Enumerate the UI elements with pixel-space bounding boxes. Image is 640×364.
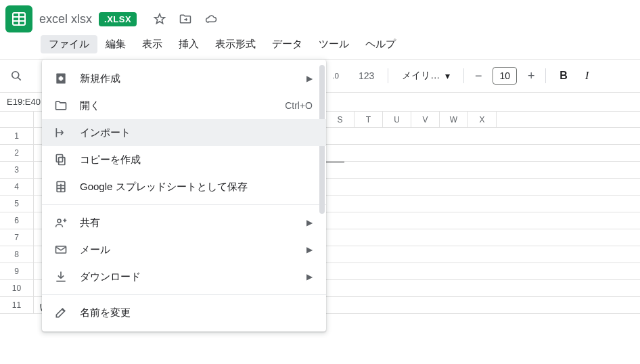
column-header[interactable]: X <box>468 112 497 127</box>
star-icon[interactable] <box>153 12 166 26</box>
column-header[interactable]: S <box>326 112 355 127</box>
svg-rect-13 <box>56 155 62 162</box>
menu-item-label: メール <box>80 244 294 256</box>
row-header[interactable]: 10 <box>0 280 33 297</box>
menu-item-open[interactable]: 開く Ctrl+O <box>42 92 326 119</box>
sheets-icon <box>54 180 68 194</box>
mail-icon <box>54 243 68 256</box>
column-header[interactable]: V <box>411 112 440 127</box>
document-title[interactable]: excel xlsx <box>39 12 92 26</box>
row-header[interactable]: 2 <box>0 145 33 162</box>
toolbar-divider <box>545 68 546 83</box>
svg-line-7 <box>18 78 21 81</box>
row-header[interactable]: 3 <box>0 162 33 179</box>
cloud-icon[interactable] <box>204 12 218 26</box>
row-header[interactable]: 11 <box>0 297 33 314</box>
menu-item-share[interactable]: 共有 ▶ <box>42 209 326 236</box>
menu-item-import[interactable]: インポート <box>42 119 326 146</box>
row-header[interactable]: 4 <box>0 179 33 196</box>
menu-file[interactable]: ファイル <box>41 35 97 53</box>
svg-marker-5 <box>155 14 165 24</box>
number-format-123[interactable]: 123 <box>352 68 381 84</box>
submenu-arrow-icon: ▶ <box>306 74 313 83</box>
folder-icon <box>54 99 68 112</box>
submenu-arrow-icon: ▶ <box>306 245 313 254</box>
menu-item-email[interactable]: メール ▶ <box>42 236 326 263</box>
row-header[interactable]: 7 <box>0 229 33 246</box>
bold-button[interactable]: B <box>553 70 574 82</box>
toolbar-divider <box>388 68 388 83</box>
menu-help[interactable]: ヘルプ <box>357 35 404 53</box>
menu-data[interactable]: データ <box>264 35 311 53</box>
menu-separator <box>42 294 326 295</box>
svg-rect-12 <box>59 158 65 165</box>
toolbar-divider <box>463 68 464 83</box>
menu-item-rename[interactable]: 名前を変更 <box>42 299 326 326</box>
menu-separator <box>42 204 326 205</box>
menu-item-label: 名前を変更 <box>80 306 313 319</box>
italic-button[interactable]: I <box>578 70 595 82</box>
row-header[interactable]: 5 <box>0 196 33 212</box>
submenu-arrow-icon: ▶ <box>306 218 313 227</box>
xlsx-badge: .XLSX <box>99 12 137 26</box>
menubar: ファイル 編集 表示 挿入 表示形式 データ ツール ヘルプ <box>0 32 640 60</box>
svg-rect-11 <box>59 77 64 79</box>
menu-insert[interactable]: 挿入 <box>170 35 207 53</box>
svg-point-6 <box>12 72 19 78</box>
svg-text:.0: .0 <box>332 71 339 80</box>
download-icon <box>54 270 68 283</box>
font-increase-button[interactable]: + <box>524 69 539 83</box>
sheets-app-icon[interactable] <box>5 5 32 32</box>
row-header[interactable]: 9 <box>0 263 33 280</box>
menu-item-new[interactable]: 新規作成 ▶ <box>42 65 326 92</box>
search-icon[interactable] <box>5 65 27 87</box>
column-header[interactable]: U <box>383 112 411 127</box>
select-all-corner[interactable] <box>0 112 33 128</box>
row-header[interactable]: 6 <box>0 212 33 229</box>
menu-item-download[interactable]: ダウンロード ▶ <box>42 263 326 290</box>
menu-item-save-as-sheets[interactable]: Google スプレッドシートとして保存 <box>42 173 326 200</box>
copy-icon <box>54 153 68 166</box>
svg-point-18 <box>58 219 61 223</box>
menu-item-label: 開く <box>80 99 273 112</box>
import-icon <box>54 126 68 139</box>
menu-item-copy[interactable]: コピーを作成 <box>42 146 326 173</box>
menu-item-label: コピーを作成 <box>80 154 313 166</box>
new-doc-icon <box>54 72 68 85</box>
menu-item-label: Google スプレッドシートとして保存 <box>80 181 313 194</box>
column-header[interactable]: W <box>440 112 468 127</box>
menu-view[interactable]: 表示 <box>134 35 170 53</box>
decrease-decimal-icon[interactable]: .0 <box>326 65 348 87</box>
menu-item-label: 新規作成 <box>80 72 294 85</box>
menu-item-shortcut: Ctrl+O <box>285 100 313 111</box>
move-folder-icon[interactable] <box>179 12 192 26</box>
file-menu-dropdown: 新規作成 ▶ 開く Ctrl+O インポート コピーを作成 Google スプレ… <box>42 60 326 332</box>
submenu-arrow-icon: ▶ <box>306 272 313 281</box>
share-icon <box>54 216 68 229</box>
chevron-down-icon: ▾ <box>445 70 450 81</box>
menu-edit[interactable]: 編集 <box>97 35 134 53</box>
menu-item-label: インポート <box>80 127 313 139</box>
menu-format[interactable]: 表示形式 <box>207 35 264 53</box>
font-name: メイリ… <box>402 70 440 82</box>
font-size-field[interactable]: 10 <box>493 67 517 85</box>
font-picker[interactable]: メイリ… ▾ <box>395 67 457 85</box>
menu-tools[interactable]: ツール <box>311 35 357 53</box>
font-decrease-button[interactable]: − <box>471 69 486 83</box>
column-header[interactable]: T <box>355 112 383 127</box>
name-box[interactable]: E19:E40 <box>0 93 41 111</box>
menu-item-label: ダウンロード <box>80 271 294 283</box>
menu-item-label: 共有 <box>80 217 294 229</box>
row-header[interactable]: 8 <box>0 246 33 263</box>
rename-icon <box>54 306 68 319</box>
row-header[interactable]: 1 <box>0 128 33 145</box>
